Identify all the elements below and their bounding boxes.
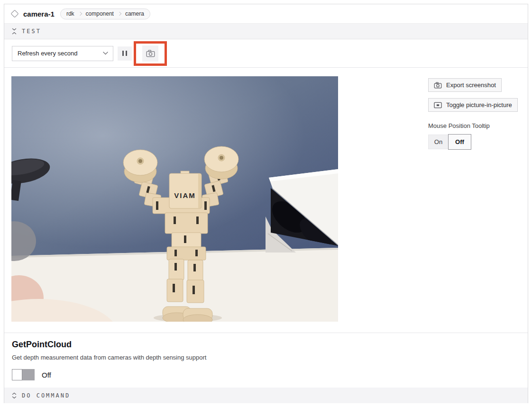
camera-feed-image: VIAM — [11, 76, 338, 322]
getpointcloud-toggle-row: Off — [12, 369, 520, 380]
do-command-section-header[interactable]: DO COMMAND — [4, 388, 528, 403]
tooltip-off-button[interactable]: Off — [448, 134, 471, 150]
picture-in-picture-icon — [434, 102, 442, 108]
toggle-pip-label: Toggle picture-in-picture — [446, 101, 512, 108]
breadcrumb-item-component: component — [86, 10, 114, 17]
pause-icon — [126, 51, 127, 56]
expand-icon — [12, 392, 17, 399]
chevron-right-icon — [78, 12, 82, 16]
chevron-right-icon — [118, 12, 121, 16]
toggle-knob — [12, 369, 22, 380]
mouse-position-tooltip-label: Mouse Position Tooltip — [428, 122, 526, 129]
component-header: camera-1 rdk component camera — [4, 4, 528, 24]
do-command-section-label: DO COMMAND — [22, 392, 70, 399]
component-diamond-icon — [11, 10, 19, 18]
camera-icon — [146, 50, 155, 57]
getpointcloud-description: Get depth measurement data from cameras … — [12, 354, 520, 361]
getpointcloud-section: GetPointCloud Get depth measurement data… — [4, 333, 528, 388]
component-title: camera-1 — [23, 10, 55, 18]
refresh-rate-value: Refresh every second — [18, 50, 77, 57]
breadcrumb-item-camera: camera — [125, 10, 144, 17]
annotation-highlight-box — [134, 41, 167, 66]
getpointcloud-toggle-switch[interactable] — [12, 369, 35, 380]
mouse-tooltip-segmented-control: On Off — [428, 134, 526, 150]
pause-refresh-button[interactable] — [118, 46, 132, 61]
getpointcloud-toggle-state-label: Off — [42, 371, 51, 379]
test-panel-body: VIAM — [4, 68, 528, 333]
test-section-header[interactable]: TEST — [4, 24, 528, 39]
toggle-pip-button[interactable]: Toggle picture-in-picture — [428, 98, 518, 112]
breadcrumb: rdk component camera — [60, 9, 150, 19]
collapse-icon — [12, 28, 17, 35]
export-screenshot-label: Export screenshot — [446, 81, 496, 89]
camera-feed-controls: Export screenshot Toggle picture-in-pict… — [428, 68, 526, 150]
camera-toolbar: Refresh every second — [4, 39, 528, 68]
export-screenshot-toolbar-button[interactable] — [142, 45, 158, 62]
test-section-label: TEST — [22, 28, 41, 35]
refresh-rate-select[interactable]: Refresh every second — [12, 46, 113, 61]
tooltip-on-button[interactable]: On — [428, 135, 449, 149]
camera-icon — [434, 82, 442, 89]
pause-icon — [122, 51, 124, 56]
camera-component-panel: camera-1 rdk component camera TEST Refre… — [4, 4, 528, 403]
export-screenshot-button[interactable]: Export screenshot — [428, 78, 502, 92]
breadcrumb-item-rdk: rdk — [66, 10, 74, 17]
robot-viam-logo-text: VIAM — [174, 191, 196, 199]
chevron-down-icon — [103, 52, 108, 55]
getpointcloud-title: GetPointCloud — [12, 340, 520, 350]
